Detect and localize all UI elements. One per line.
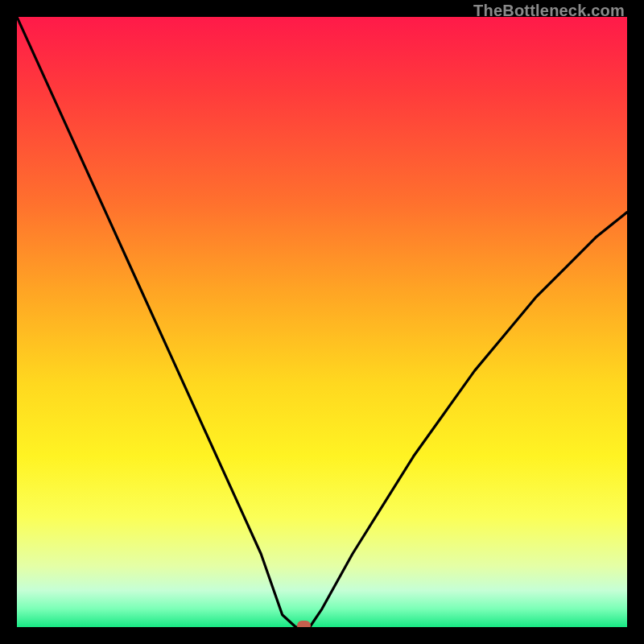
optimal-point-marker [297,621,311,627]
watermark-text: TheBottleneck.com [473,2,625,20]
bottleneck-curve [17,17,627,627]
plot-area [17,17,627,627]
chart-frame: TheBottleneck.com [0,0,644,644]
